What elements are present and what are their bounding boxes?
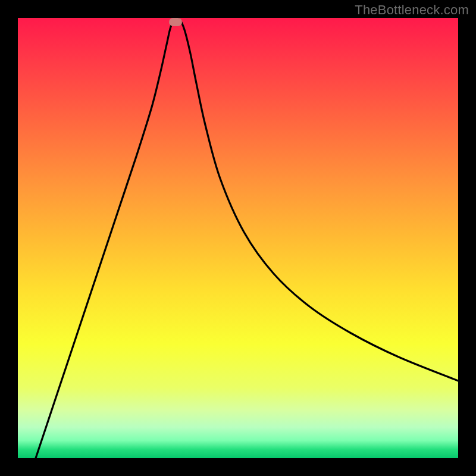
bottleneck-curve [36,18,458,458]
selection-marker [169,18,182,26]
curve-svg [18,18,458,458]
chart-area [18,18,458,458]
watermark-text: TheBottleneck.com [355,2,469,18]
